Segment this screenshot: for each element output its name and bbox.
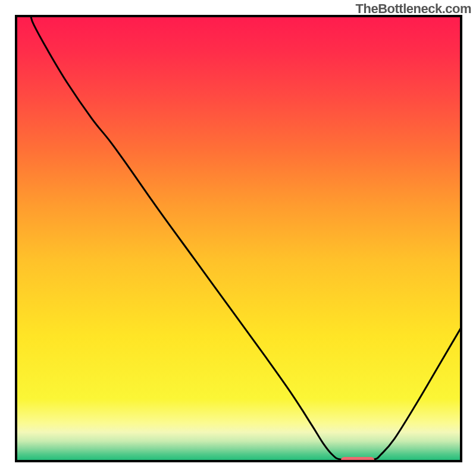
bottleneck-chart-container: TheBottleneck.com — [0, 0, 476, 476]
watermark-text: TheBottleneck.com — [356, 1, 471, 17]
bottleneck-chart-svg — [0, 0, 476, 476]
chart-background — [16, 16, 461, 461]
